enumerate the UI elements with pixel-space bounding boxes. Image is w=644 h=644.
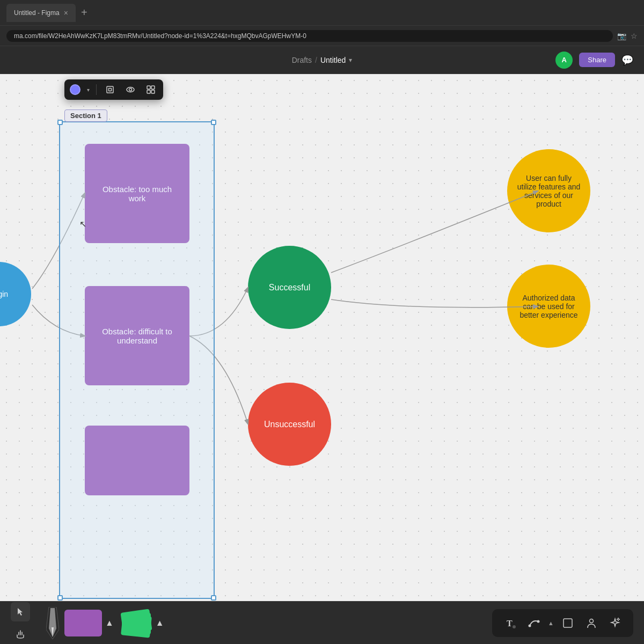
tab-title: Untitled - Figma [14, 9, 60, 17]
app-header: Drafts / Untitled ▾ A Share 💬 [0, 46, 644, 74]
tool-selector [11, 602, 30, 644]
unsuccessful-label: Unsuccessful [264, 420, 315, 429]
breadcrumb-separator: / [315, 56, 317, 64]
frame-tool-button-bottom[interactable] [558, 613, 577, 633]
successful-node[interactable]: Successful [248, 246, 331, 329]
svg-rect-6 [147, 90, 150, 93]
drafts-link[interactable]: Drafts [292, 56, 312, 64]
shape-expand-button[interactable]: ▲ [105, 618, 114, 628]
url-bar[interactable]: ma.com/file/W2HeAhWwKzK7LpM83tmRMv/Untit… [6, 30, 613, 42]
svg-rect-1 [109, 89, 112, 91]
url-text: ma.com/file/W2HeAhWwKzK7LpM83tmRMv/Untit… [14, 32, 306, 40]
section-label[interactable]: Section 1 [64, 109, 107, 122]
header-center: Drafts / Untitled ▾ [292, 56, 353, 64]
handle-bottom-left[interactable] [57, 595, 63, 601]
pen-tool-item[interactable] [41, 607, 64, 639]
toolbar-divider-1 [96, 84, 97, 95]
avatar[interactable]: A [555, 52, 573, 69]
comment-icon[interactable]: 💬 [621, 54, 633, 66]
cursor-tool[interactable] [11, 602, 30, 621]
fill-color-button[interactable] [70, 84, 80, 95]
svg-point-14 [537, 620, 540, 623]
login-node[interactable]: Login [0, 262, 31, 326]
svg-point-3 [129, 89, 132, 91]
person-tool-button[interactable] [582, 613, 601, 633]
svg-rect-7 [151, 90, 155, 93]
svg-point-16 [590, 619, 594, 623]
purple-shape-preview[interactable] [64, 610, 102, 636]
magic-tool-button[interactable] [605, 613, 625, 633]
handle-top-right[interactable] [211, 120, 216, 125]
svg-point-12 [513, 625, 516, 628]
svg-text:T: T [507, 619, 513, 628]
svg-rect-5 [151, 86, 155, 89]
login-label: Login [0, 290, 8, 298]
cards-expand-button[interactable]: ▲ [156, 618, 164, 628]
green-card-3 [121, 613, 152, 638]
unsuccessful-node[interactable]: Unsuccessful [248, 383, 331, 466]
close-tab-button[interactable]: × [64, 9, 68, 17]
browser-tab[interactable]: Untitled - Figma × [6, 4, 76, 22]
eye-tool-button[interactable] [123, 83, 137, 97]
frame-tool-button[interactable] [103, 83, 117, 97]
svg-rect-4 [147, 86, 150, 89]
svg-rect-15 [564, 619, 572, 627]
benefit1-node[interactable]: User can fully utilize features and serv… [507, 149, 590, 232]
hand-tool[interactable] [11, 625, 30, 644]
file-title[interactable]: Untitled [320, 56, 346, 64]
camera-icon[interactable]: 📷 [617, 32, 626, 40]
benefit2-label: Authorized data can be used for better e… [516, 294, 582, 319]
section-container[interactable] [59, 121, 215, 599]
component-tool-button[interactable] [144, 83, 158, 97]
pen-icon [41, 607, 64, 639]
floating-toolbar: ▾ [64, 79, 163, 100]
green-cards-preview[interactable] [120, 610, 152, 636]
handle-bottom-right[interactable] [211, 595, 216, 601]
curve-tool-button[interactable] [524, 613, 544, 633]
successful-label: Successful [269, 283, 310, 292]
star-icon[interactable]: ☆ [631, 32, 638, 40]
text-tool-button[interactable]: T [501, 613, 520, 633]
benefit2-node[interactable]: Authorized data can be used for better e… [507, 265, 590, 348]
svg-rect-0 [107, 86, 113, 93]
header-right: A Share 💬 [352, 52, 633, 69]
canvas[interactable]: ▾ Section 1 [0, 74, 644, 601]
svg-point-13 [529, 624, 531, 627]
browser-bar: Untitled - Figma × + [0, 0, 644, 26]
bottom-toolbar: ▲ ▲ T ▲ [0, 601, 644, 644]
tab-area: Untitled - Figma × + [6, 4, 87, 22]
new-tab-button[interactable]: + [81, 6, 87, 19]
right-tool-group: T ▲ [492, 609, 633, 637]
fill-dropdown-icon[interactable]: ▾ [87, 87, 90, 93]
handle-top-left[interactable] [57, 120, 63, 125]
shape-tool-group: ▲ [64, 610, 114, 636]
curve-dropdown-icon[interactable]: ▲ [548, 620, 554, 626]
cards-tool-group: ▲ [120, 610, 164, 636]
share-button[interactable]: Share [579, 53, 615, 67]
benefit1-label: User can fully utilize features and serv… [516, 174, 582, 208]
url-bar-row: ma.com/file/W2HeAhWwKzK7LpM83tmRMv/Untit… [0, 26, 644, 46]
